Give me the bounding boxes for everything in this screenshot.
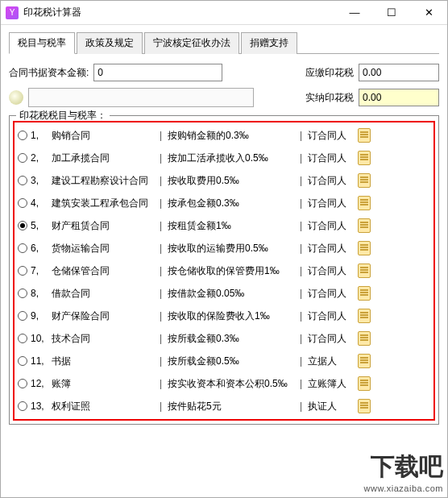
tax-index: 7, xyxy=(31,265,48,276)
separator: | xyxy=(160,355,164,367)
tax-radio[interactable] xyxy=(18,379,27,388)
tax-row[interactable]: 11,书据|按所载金额0.5‰|立据人 xyxy=(15,350,433,372)
tax-radio[interactable] xyxy=(18,356,27,366)
tax-row[interactable]: 8,借款合同|按借款金额0.05‰|订合同人 xyxy=(15,282,433,305)
tax-radio[interactable] xyxy=(18,243,27,253)
document-icon[interactable] xyxy=(358,399,371,413)
tab-ningbo[interactable]: 宁波核定征收办法 xyxy=(144,32,239,54)
document-icon[interactable] xyxy=(358,331,371,346)
tax-index: 4, xyxy=(31,197,48,209)
app-icon: Y xyxy=(6,6,19,19)
separator: | xyxy=(300,310,305,322)
document-icon[interactable] xyxy=(358,354,371,368)
tab-rates[interactable]: 税目与税率 xyxy=(9,32,75,54)
tax-radio[interactable] xyxy=(18,401,27,411)
tax-index: 5, xyxy=(31,220,48,231)
tax-rate: 按承包金额0.3‰ xyxy=(168,197,297,210)
tax-payer: 订合同人 xyxy=(308,242,351,255)
tax-radio[interactable] xyxy=(18,131,27,140)
tax-payer: 立账簿人 xyxy=(308,377,351,391)
tax-name: 财产租赁合同 xyxy=(52,219,156,233)
tax-payer: 订合同人 xyxy=(308,151,351,165)
separator: | xyxy=(160,152,164,164)
due-input[interactable] xyxy=(359,64,439,81)
hint-box xyxy=(28,88,254,107)
separator: | xyxy=(160,130,164,141)
tax-radio[interactable] xyxy=(18,153,27,163)
tax-row[interactable]: 4,建筑安装工程承包合同|按承包金额0.3‰|订合同人 xyxy=(15,192,433,214)
window-title: 印花税计算器 xyxy=(23,6,81,19)
tax-index: 10, xyxy=(31,333,48,344)
separator: | xyxy=(300,288,305,299)
inputs-row-1: 合同书据资本金额: 应缴印花税 xyxy=(9,64,439,81)
document-icon[interactable] xyxy=(358,128,371,143)
separator: | xyxy=(300,265,305,276)
tax-row[interactable]: 3,建设工程勘察设计合同|按收取费用0.5‰|订合同人 xyxy=(15,169,433,192)
tax-radio[interactable] xyxy=(18,334,27,343)
tax-row[interactable]: 2,加工承揽合同|按加工活承揽收入0.5‰|订合同人 xyxy=(15,147,433,169)
tax-radio[interactable] xyxy=(18,221,27,230)
tax-rate: 按购销金额的0.3‰ xyxy=(168,129,297,143)
amount-label: 合同书据资本金额: xyxy=(9,66,89,80)
tax-payer: 订合同人 xyxy=(308,287,351,301)
separator: | xyxy=(300,220,305,231)
minimize-button[interactable]: — xyxy=(336,1,373,25)
maximize-button[interactable]: ☐ xyxy=(373,1,410,25)
tax-row[interactable]: 13,权利证照|按件贴花5元|执证人 xyxy=(15,395,433,417)
tax-radio[interactable] xyxy=(18,311,27,321)
document-icon[interactable] xyxy=(358,241,371,255)
tax-payer: 订合同人 xyxy=(308,129,351,143)
document-icon[interactable] xyxy=(358,286,371,301)
tab-donate[interactable]: 捐赠支持 xyxy=(241,32,297,54)
tax-rate: 按收取费用0.5‰ xyxy=(168,174,297,188)
tax-rate: 按仓储收取的保管费用1‰ xyxy=(168,264,297,278)
document-icon[interactable] xyxy=(358,309,371,323)
document-icon[interactable] xyxy=(358,264,371,278)
separator: | xyxy=(300,400,305,412)
tax-index: 12, xyxy=(31,378,48,389)
titlebar: Y 印花税计算器 — ☐ ✕ xyxy=(1,1,447,25)
document-icon[interactable] xyxy=(358,173,371,188)
separator: | xyxy=(160,197,164,209)
paid-label: 实纳印花税 xyxy=(305,91,354,105)
tax-row[interactable]: 10,技术合同|按所载金额0.3‰|订合同人 xyxy=(15,327,433,350)
bulb-icon[interactable] xyxy=(9,90,23,105)
tax-payer: 订合同人 xyxy=(308,309,351,323)
tax-radio[interactable] xyxy=(18,176,27,185)
close-button[interactable]: ✕ xyxy=(410,1,447,25)
tax-index: 3, xyxy=(31,175,48,186)
tax-name: 货物运输合同 xyxy=(52,242,156,255)
tax-row[interactable]: 12,账簿|按实收资本和资本公积0.5‰|立账簿人 xyxy=(15,372,433,395)
separator: | xyxy=(300,355,305,367)
tax-row[interactable]: 5,财产租赁合同|按租赁金额1‰|订合同人 xyxy=(15,214,433,237)
document-icon[interactable] xyxy=(358,376,371,391)
tax-radio[interactable] xyxy=(18,266,27,276)
tax-radio[interactable] xyxy=(18,288,27,298)
tax-radio[interactable] xyxy=(18,198,27,208)
separator: | xyxy=(160,310,164,322)
amount-input[interactable] xyxy=(93,64,222,81)
due-label: 应缴印花税 xyxy=(305,66,354,80)
tax-row[interactable]: 9,财产保险合同|按收取的保险费收入1‰|订合同人 xyxy=(15,305,433,327)
tax-row[interactable]: 7,仓储保管合同|按仓储收取的保管费用1‰|订合同人 xyxy=(15,259,433,282)
paid-input[interactable] xyxy=(359,89,439,106)
separator: | xyxy=(160,220,164,231)
tax-payer: 订合同人 xyxy=(308,174,351,188)
tax-name: 书据 xyxy=(52,355,156,368)
document-icon[interactable] xyxy=(358,218,371,233)
content-area: 税目与税率 政策及规定 宁波核定征收办法 捐赠支持 合同书据资本金额: 应缴印花… xyxy=(1,25,447,436)
separator: | xyxy=(160,400,164,412)
document-icon[interactable] xyxy=(358,196,371,210)
tax-row[interactable]: 6,货物运输合同|按收取的运输费用0.5‰|订合同人 xyxy=(15,237,433,259)
tax-index: 11, xyxy=(31,355,48,367)
tax-name: 权利证照 xyxy=(52,400,156,413)
tax-index: 9, xyxy=(31,310,48,322)
tax-rates-fieldset: 印花税税目与税率： 1,购销合同|按购销金额的0.3‰|订合同人2,加工承揽合同… xyxy=(9,115,439,425)
tab-policy[interactable]: 政策及规定 xyxy=(77,32,143,54)
tax-rate: 按借款金额0.05‰ xyxy=(168,287,297,301)
tax-name: 借款合同 xyxy=(52,287,156,301)
document-icon[interactable] xyxy=(358,151,371,165)
tax-name: 仓储保管合同 xyxy=(52,264,156,278)
tax-row[interactable]: 1,购销合同|按购销金额的0.3‰|订合同人 xyxy=(15,124,433,147)
tax-rate: 按所载金额0.5‰ xyxy=(168,355,297,368)
